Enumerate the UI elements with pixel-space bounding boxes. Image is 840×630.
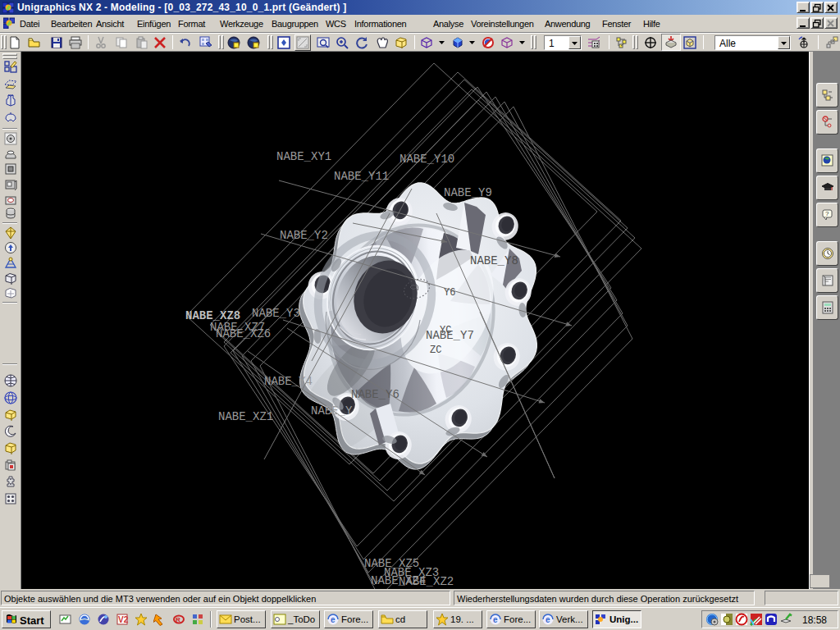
- svg-text:NABE_Y10: NABE_Y10: [399, 153, 454, 166]
- svg-text:V2: V2: [118, 615, 129, 624]
- svg-text:NABE_XY1: NABE_XY1: [276, 150, 331, 163]
- svg-text:NABE_Y3: NABE_Y3: [252, 307, 300, 320]
- svg-text:e: e: [493, 615, 498, 624]
- svg-text:Y6: Y6: [444, 287, 455, 299]
- svg-text:ZC: ZC: [430, 345, 441, 356]
- svg-text:NABE_Y9: NABE_Y9: [444, 186, 492, 199]
- svg-text:NABE_Y6: NABE_Y6: [351, 388, 399, 401]
- svg-text:e: e: [546, 615, 550, 624]
- svg-text:NABE_Y: NABE_Y: [311, 404, 353, 418]
- svg-text:NABE_Y2: NABE_Y2: [280, 229, 328, 242]
- svg-text:e: e: [331, 615, 336, 624]
- svg-text:YC: YC: [440, 325, 451, 336]
- svg-text:?: ?: [825, 210, 829, 217]
- svg-text:NABE_Y11: NABE_Y11: [334, 170, 389, 183]
- svg-text:NABE_Y8: NABE_Y8: [470, 254, 518, 267]
- svg-text:NABE_XZ2: NABE_XZ2: [399, 575, 454, 588]
- svg-text:R: R: [176, 616, 180, 623]
- svg-text:NABE_Y4: NABE_Y4: [264, 375, 313, 388]
- svg-text:NABE_XZ1: NABE_XZ1: [218, 410, 273, 423]
- svg-text:NABE_XZ6: NABE_XZ6: [216, 327, 271, 340]
